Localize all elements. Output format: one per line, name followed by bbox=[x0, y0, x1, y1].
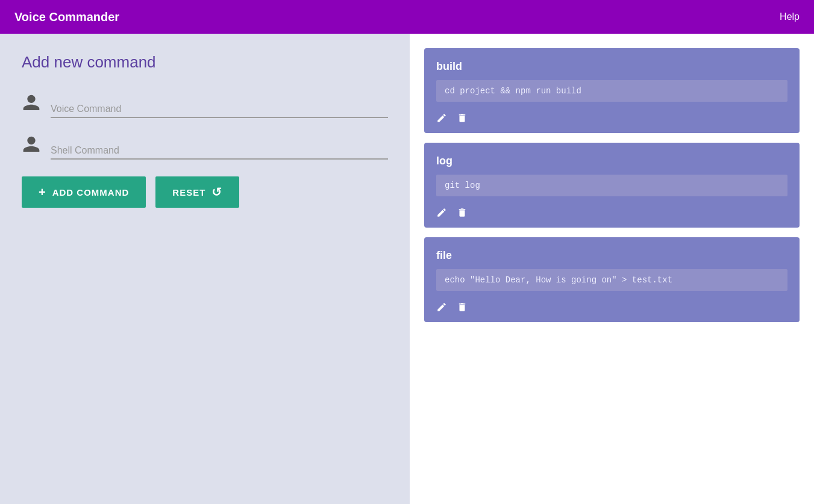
command-card: log git log bbox=[424, 143, 800, 228]
voice-command-icon bbox=[22, 93, 41, 118]
reset-label: RESET bbox=[172, 187, 205, 198]
voice-command-field bbox=[22, 93, 388, 118]
shell-command-field bbox=[22, 135, 388, 160]
app-header: Voice Commander Help bbox=[0, 0, 814, 34]
command-card: file echo "Hello Dear, How is going on" … bbox=[424, 237, 800, 322]
command-card-name: log bbox=[436, 155, 787, 167]
add-command-button[interactable]: + ADD COMMAND bbox=[22, 176, 146, 208]
card-actions bbox=[436, 205, 787, 218]
main-layout: Add new command bbox=[0, 34, 814, 504]
card-actions bbox=[436, 110, 787, 123]
command-code-box: cd project && npm run build bbox=[436, 80, 787, 102]
shell-command-input[interactable] bbox=[51, 143, 388, 160]
command-card: build cd project && npm run build bbox=[424, 48, 800, 133]
shell-command-icon bbox=[22, 135, 41, 160]
left-panel: Add new command bbox=[0, 34, 410, 504]
reset-icon: ↺ bbox=[211, 185, 222, 199]
delete-command-button[interactable] bbox=[457, 113, 468, 123]
shell-command-wrapper bbox=[51, 143, 388, 160]
voice-command-wrapper bbox=[51, 101, 388, 118]
panel-title: Add new command bbox=[22, 53, 388, 72]
app-title: Voice Commander bbox=[14, 10, 119, 24]
edit-command-button[interactable] bbox=[436, 113, 447, 123]
command-card-name: build bbox=[436, 60, 787, 73]
voice-command-input[interactable] bbox=[51, 101, 388, 118]
reset-button[interactable]: RESET ↺ bbox=[155, 176, 239, 208]
delete-command-button[interactable] bbox=[457, 207, 468, 218]
edit-command-button[interactable] bbox=[436, 302, 447, 313]
command-card-name: file bbox=[436, 249, 787, 262]
help-link[interactable]: Help bbox=[780, 11, 800, 22]
edit-command-button[interactable] bbox=[436, 207, 447, 218]
command-code-box: echo "Hello Dear, How is going on" > tes… bbox=[436, 269, 787, 291]
add-command-label: ADD COMMAND bbox=[52, 187, 130, 198]
delete-command-button[interactable] bbox=[457, 302, 468, 313]
add-icon: + bbox=[39, 185, 46, 199]
right-panel: build cd project && npm run build log gi… bbox=[410, 34, 814, 504]
command-code-box: git log bbox=[436, 175, 787, 196]
form-button-row: + ADD COMMAND RESET ↺ bbox=[22, 176, 388, 208]
card-actions bbox=[436, 299, 787, 313]
